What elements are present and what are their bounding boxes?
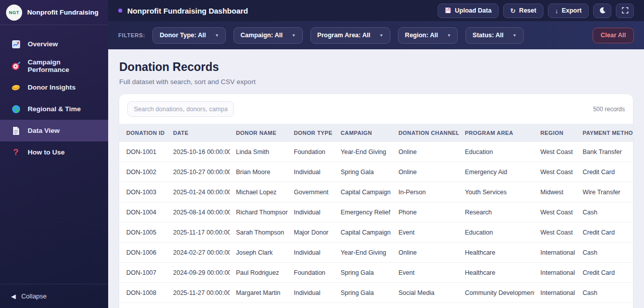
status-filter-dropdown[interactable]: Status: All ▼ [465, 27, 523, 44]
table-cell: 2024-02-27 00:00:00 [167, 243, 230, 263]
chevron-down-icon: ▼ [379, 33, 383, 38]
sidebar-item-label: How to Use [28, 148, 65, 156]
sidebar-header: NGT Nonprofit Fundraising [0, 0, 108, 25]
sidebar-item-label: Data View [28, 127, 60, 134]
donation-records-table: DONATION IDDATEDONOR NAMEDONOR TYPECAMPA… [119, 124, 633, 308]
donor-type-filter-dropdown[interactable]: Donor Type: All ▼ [152, 27, 226, 44]
collapse-button[interactable]: ◀ Collapse [0, 284, 108, 308]
table-cell: West Coast [534, 202, 577, 222]
table-cell: West Coast [534, 222, 577, 243]
table-cell: Foundation [288, 263, 335, 283]
table-cell: DON-1008 [119, 283, 167, 303]
table-cell: Government [288, 182, 335, 202]
chevron-down-icon: ▼ [215, 33, 219, 38]
table-cell: In-Person [392, 182, 459, 202]
export-label: Export [561, 7, 582, 14]
export-button[interactable]: ↓ Export [548, 4, 589, 18]
sidebar-item-data-view[interactable]: Data View [0, 120, 108, 141]
sidebar-app-title: Nonprofit Fundraising [27, 9, 99, 16]
table-cell: 2025-11-27 00:00:00 [167, 283, 230, 303]
donation-records-card: 500 records DONATION IDDATEDONOR NAMEDON… [119, 94, 633, 308]
clear-all-button[interactable]: Clear All [593, 28, 634, 43]
table-cell: Sarah Thompson [230, 222, 288, 243]
donor-type-filter-value: Donor Type: All [159, 32, 206, 39]
table-cell: Margaret Martin [230, 283, 288, 303]
table-cell: 2025-10-16 00:00:00 [167, 142, 230, 162]
column-header-donation-id[interactable]: DONATION ID [119, 124, 167, 142]
table-row: DON-10032025-01-24 00:00:00Michael Lopez… [119, 182, 633, 202]
upload-data-label: Upload Data [455, 7, 492, 14]
column-header-campaign[interactable]: CAMPAIGN [335, 124, 392, 142]
sidebar-item-overview[interactable]: Overview [0, 33, 108, 55]
table-cell: Wire Transfer [577, 182, 633, 202]
table-cell: DON-1003 [119, 182, 167, 202]
column-header-donor-type[interactable]: DONOR TYPE [288, 124, 335, 142]
sidebar-item-campaign-performance[interactable]: Campaign Performance [0, 55, 108, 76]
table-row: DON-10062024-02-27 00:00:00Joseph ClarkI… [119, 243, 633, 263]
table-cell: Phone [392, 202, 459, 222]
table-cell: Emergency Aid [459, 162, 534, 182]
table-cell: 2025-01-24 00:00:00 [167, 182, 230, 202]
table-row: DON-10082025-11-27 00:00:00Margaret Mart… [119, 283, 633, 303]
column-header-region[interactable]: REGION [534, 124, 577, 142]
table-cell: Education [459, 222, 534, 243]
table-cell: Michael Lopez [230, 182, 288, 202]
table-cell: Research [459, 303, 534, 308]
table-cell: Paul Rodriguez [230, 263, 288, 283]
program-area-filter-dropdown[interactable]: Program Area: All ▼ [310, 27, 390, 44]
table-cell: DON-1001 [119, 142, 167, 162]
table-cell: International [534, 263, 577, 283]
table-cell: Year-End Giving [335, 142, 392, 162]
column-header-date[interactable]: DATE [167, 124, 230, 142]
table-toolbar: 500 records [119, 94, 633, 124]
table-cell: Individual [288, 303, 335, 308]
table-cell: Bank Transfer [577, 142, 633, 162]
upload-data-button[interactable]: Upload Data [438, 4, 499, 18]
table-row: DON-10022025-10-27 00:00:00Brian MooreIn… [119, 162, 633, 182]
table-cell: Social Media [392, 283, 459, 303]
table-cell: Event [392, 222, 459, 243]
region-filter-dropdown[interactable]: Region: All ▼ [398, 27, 458, 44]
column-header-donor-name[interactable]: DONOR NAME [230, 124, 288, 142]
sidebar-item-how-to-use[interactable]: ? How to Use [0, 141, 108, 163]
column-header-program-area[interactable]: PROGRAM AREA [459, 124, 534, 142]
download-arrow-icon: ↓ [555, 8, 558, 14]
table-cell: Capital Campaign [335, 222, 392, 243]
reset-button[interactable]: ↻ Reset [503, 4, 543, 18]
campaign-filter-dropdown[interactable]: Campaign: All ▼ [233, 27, 303, 44]
sidebar-item-donor-insights[interactable]: Donor Insights [0, 76, 108, 98]
dark-mode-toggle-button[interactable] [593, 4, 611, 18]
sidebar-item-label: Regional & Time [28, 105, 81, 113]
column-header-payment-method[interactable]: PAYMENT METHOD [577, 124, 633, 142]
table-cell: Healthcare [459, 243, 534, 263]
table-cell: Year-End Giving [335, 243, 392, 263]
chevron-down-icon: ▼ [513, 33, 517, 38]
chevron-down-icon: ▼ [447, 33, 451, 38]
table-cell: Bank Transfer [577, 303, 633, 308]
table-cell: Foundation [288, 142, 335, 162]
sidebar-nav: Overview Campaign Performance Donor Insi… [0, 25, 108, 163]
table-cell: Healthcare [459, 263, 534, 283]
table-cell: DON-1004 [119, 202, 167, 222]
column-header-donation-channel[interactable]: DONATION CHANNEL [392, 124, 459, 142]
table-cell: 2025-10-20 00:00:00 [167, 303, 230, 308]
fullscreen-button[interactable] [616, 4, 634, 18]
sidebar-item-label: Overview [28, 40, 58, 48]
table-cell: Youth Services [459, 182, 534, 202]
table-cell: West Coast [534, 303, 577, 308]
sidebar-item-label: Donor Insights [28, 84, 75, 91]
table-cell: Major Donor [288, 222, 335, 243]
document-icon [11, 126, 21, 135]
chevron-down-icon: ▼ [292, 33, 296, 38]
table-cell: Individual [288, 283, 335, 303]
table-cell: Cash [577, 202, 633, 222]
collapse-arrow-icon: ◀ [11, 293, 16, 300]
sidebar-item-regional-time[interactable]: Regional & Time [0, 98, 108, 120]
search-input[interactable] [127, 101, 234, 117]
records-count: 500 records [593, 106, 625, 113]
program-area-filter-value: Program Area: All [317, 32, 370, 39]
table-row: DON-10052025-11-17 00:00:00Sarah Thompso… [119, 222, 633, 243]
table-cell: 2025-08-14 00:00:00 [167, 202, 230, 222]
table-row: DON-10042025-08-14 00:00:00Richard Thomp… [119, 202, 633, 222]
table-cell: Phone [392, 303, 459, 308]
